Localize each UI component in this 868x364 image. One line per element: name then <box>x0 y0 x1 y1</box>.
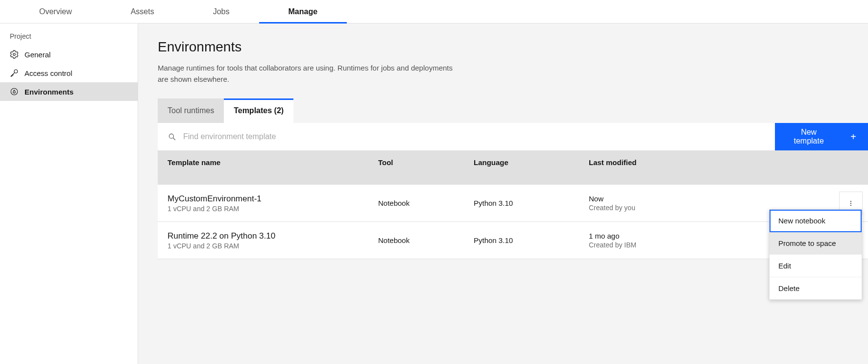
tab-manage[interactable]: Manage <box>259 0 347 23</box>
tab-assets[interactable]: Assets <box>101 0 184 23</box>
template-tool: Notebook <box>378 199 474 207</box>
search-icon <box>168 132 176 141</box>
table-header: Template name Tool Language Last modifie… <box>158 150 868 185</box>
svg-point-4 <box>850 201 851 202</box>
template-language: Python 3.10 <box>474 236 589 244</box>
menu-item-new-notebook[interactable]: New notebook <box>770 210 862 232</box>
sidebar-item-access-control[interactable]: Access control <box>0 64 138 82</box>
sidebar-item-label: Environments <box>24 88 73 96</box>
row-actions-menu: New notebook Promote to space Edit Delet… <box>769 209 862 300</box>
menu-item-delete[interactable]: Delete <box>770 277 862 299</box>
page-title: Environments <box>158 39 868 55</box>
th-name: Template name <box>158 158 378 167</box>
new-template-label: New template <box>787 128 831 146</box>
page-description: Manage runtimes for tools that collabora… <box>158 63 461 85</box>
gear-icon <box>10 50 19 59</box>
svg-point-5 <box>850 203 851 204</box>
sub-tab-templates[interactable]: Templates (2) <box>224 98 293 123</box>
table-row[interactable]: Runtime 22.2 on Python 3.10 1 vCPU and 2… <box>158 222 868 259</box>
sidebar-item-label: Access control <box>24 69 72 77</box>
template-specs: 1 vCPU and 2 GB RAM <box>168 205 378 213</box>
search-wrap <box>158 123 775 150</box>
plus-icon: + <box>850 131 856 143</box>
template-tool: Notebook <box>378 236 474 244</box>
sidebar-heading: Project <box>0 24 138 45</box>
svg-point-3 <box>169 134 173 138</box>
svg-point-6 <box>850 205 851 206</box>
top-tabs: Overview Assets Jobs Manage <box>0 0 868 24</box>
template-language: Python 3.10 <box>474 199 589 207</box>
sub-tabs: Tool runtimes Templates (2) <box>158 98 868 123</box>
template-specs: 1 vCPU and 2 GB RAM <box>168 242 378 250</box>
key-icon <box>10 69 19 77</box>
svg-point-2 <box>11 88 18 95</box>
th-language: Language <box>474 158 589 167</box>
menu-item-promote[interactable]: Promote to space <box>770 232 862 255</box>
sub-tab-tool-runtimes[interactable]: Tool runtimes <box>158 98 224 123</box>
new-template-button[interactable]: New template + <box>775 123 868 150</box>
kebab-icon <box>847 199 855 207</box>
rocket-icon <box>10 87 19 96</box>
sidebar-item-general[interactable]: General <box>0 45 138 64</box>
tab-overview[interactable]: Overview <box>10 0 101 23</box>
template-name: Runtime 22.2 on Python 3.10 <box>168 231 378 241</box>
template-name: MyCustomEnvironment-1 <box>168 194 378 204</box>
svg-point-1 <box>14 70 18 73</box>
main-content: Environments Manage runtimes for tools t… <box>138 24 868 364</box>
tab-jobs[interactable]: Jobs <box>184 0 259 23</box>
template-modified: Now <box>589 194 834 203</box>
th-modified: Last modified <box>589 158 834 167</box>
sidebar-item-label: General <box>24 50 50 59</box>
sidebar-item-environments[interactable]: Environments <box>0 82 138 101</box>
table-row[interactable]: MyCustomEnvironment-1 1 vCPU and 2 GB RA… <box>158 185 868 222</box>
menu-item-edit[interactable]: Edit <box>770 255 862 277</box>
th-tool: Tool <box>378 158 474 167</box>
toolbar: New template + <box>158 123 868 150</box>
sidebar: Project General Access control <box>0 24 138 364</box>
search-input[interactable] <box>183 132 775 141</box>
svg-point-0 <box>13 53 16 56</box>
